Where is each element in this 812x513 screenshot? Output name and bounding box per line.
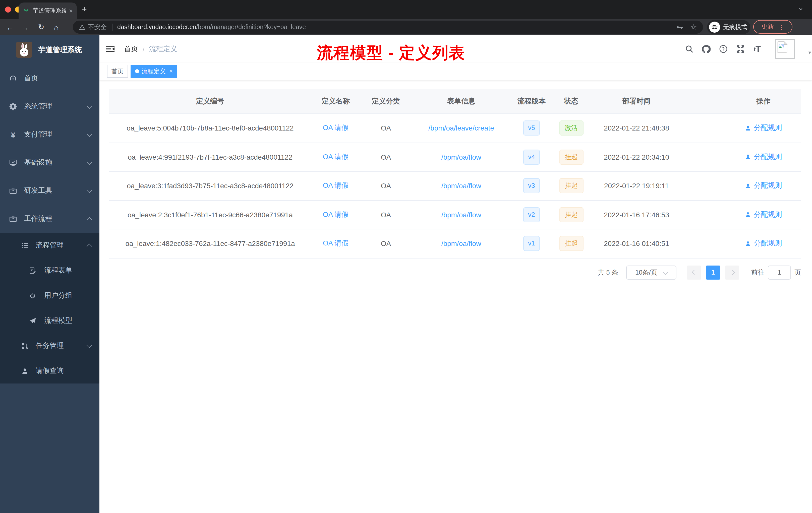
breadcrumb-home[interactable]: 首页 (124, 44, 138, 54)
sidebar-item-process-form[interactable]: 流程表单 (0, 258, 99, 283)
sidebar-item-label: 基础设施 (24, 158, 87, 167)
sidebar-item-system[interactable]: 系统管理 (0, 92, 99, 120)
definition-name-link[interactable]: OA 请假 (323, 153, 349, 161)
help-icon[interactable]: ? (719, 44, 728, 54)
assign-rule-link[interactable]: 分配规则 (745, 152, 782, 161)
pagination: 共 5 条 10条/页 1 前往 页 (99, 265, 801, 279)
chevron-left-icon (692, 270, 696, 275)
form-link[interactable]: /bpm/oa/flow (441, 182, 481, 190)
cell-filler (683, 172, 726, 200)
cell-category: OA (360, 229, 412, 258)
definition-table: 定义编号 定义名称 定义分类 表单信息 流程版本 状态 部署时间 操作 (109, 89, 801, 258)
assign-rule-link[interactable]: 分配规则 (745, 123, 782, 132)
definition-name-link[interactable]: OA 请假 (323, 210, 349, 218)
sidebar-item-label: 系统管理 (24, 102, 87, 111)
status-badge: 激活 (559, 121, 583, 136)
bookmark-star-icon[interactable]: ☆ (690, 23, 697, 32)
form-link[interactable]: /bpm/oa/flow (441, 240, 481, 248)
form-link[interactable]: /bpm/oa/flow (441, 211, 481, 219)
tab-search-chevron-icon[interactable]: ⌄ (798, 3, 804, 12)
search-icon[interactable] (685, 44, 694, 54)
paper-plane-icon (29, 317, 36, 324)
sidebar-fold-icon[interactable] (106, 44, 115, 54)
status-badge: 挂起 (559, 236, 583, 251)
sidebar-item-workflow[interactable]: 工作流程 (0, 205, 99, 233)
version-badge: v5 (523, 121, 540, 136)
page-size-select[interactable]: 10条/页 (626, 265, 676, 279)
security-label[interactable]: 不安全 (88, 23, 107, 31)
sidebar-item-home[interactable]: 首页 (0, 64, 99, 92)
tag-label: 流程定义 (142, 67, 166, 76)
table-row: oa_leave:2:3c1f0ef1-76b1-11ec-9c66-a2380… (109, 200, 801, 229)
sidebar-item-infra[interactable]: 基础设施 (0, 149, 99, 177)
chevron-down-icon (87, 103, 92, 109)
sidebar-item-leave-query[interactable]: 请假查询 (0, 358, 99, 384)
table-row: oa_leave:3:1fad3d93-7b75-11ec-a3c8-acde4… (109, 172, 801, 200)
cell-category: OA (360, 200, 412, 229)
definition-name-link[interactable]: OA 请假 (323, 239, 349, 247)
home-icon[interactable]: ⌂ (51, 23, 62, 31)
table-row: oa_leave:5:004b710b-7b8a-11ec-8ef0-acde4… (109, 114, 801, 143)
sidebar-item-label: 流程表单 (44, 266, 91, 275)
sidebar-item-label: 任务管理 (36, 341, 87, 350)
sidebar-item-task-management[interactable]: 任务管理 (0, 333, 99, 358)
next-page-button[interactable] (725, 265, 739, 279)
logo-avatar (16, 42, 32, 58)
cell-filler (683, 229, 726, 258)
sidebar-logo[interactable]: 芋道管理系统 (0, 35, 99, 64)
password-key-icon[interactable] (676, 23, 683, 31)
prev-page-button[interactable] (687, 265, 701, 279)
window-close-button[interactable] (5, 6, 11, 12)
forward-icon: → (20, 23, 31, 31)
definition-name-link[interactable]: OA 请假 (323, 124, 349, 132)
chevron-down-icon (87, 131, 92, 137)
fullscreen-icon[interactable] (736, 44, 745, 54)
column-header-version: 流程版本 (511, 89, 552, 114)
incognito-label: 无痕模式 (723, 23, 747, 31)
tag-close-icon[interactable]: × (169, 68, 173, 75)
back-icon[interactable]: ← (4, 23, 16, 31)
assign-rule-link[interactable]: 分配规则 (745, 181, 782, 190)
form-link[interactable]: /bpm/oa/leave/create (428, 124, 494, 132)
page-size-value: 10条/页 (635, 268, 657, 277)
sidebar-item-process-management[interactable]: 流程管理 (0, 233, 99, 258)
reload-icon[interactable]: ↻ (36, 23, 47, 32)
goto-page-input[interactable] (768, 265, 791, 279)
kebab-menu-icon[interactable]: ⋮ (778, 23, 784, 30)
app-title: 芋道管理系统 (38, 45, 82, 55)
tag-label: 首页 (112, 67, 123, 76)
assign-rule-link[interactable]: 分配规则 (745, 239, 782, 248)
browser-update-button[interactable]: 更新 ⋮ (753, 20, 792, 34)
form-link[interactable]: /bpm/oa/flow (441, 153, 481, 161)
url-path: /bpm/manager/definition?key=oa_leave (196, 24, 306, 31)
favicon-plant-icon (23, 7, 30, 14)
sidebar-item-label: 用户分组 (44, 291, 91, 300)
warning-icon (79, 24, 85, 30)
tag-home[interactable]: 首页 (107, 65, 128, 78)
font-size-icon[interactable]: tT (753, 44, 762, 54)
address-bar[interactable]: 不安全 dashboard.yudao.iocoder.cn/bpm/manag… (73, 21, 703, 34)
new-tab-button[interactable]: + (82, 4, 87, 14)
definition-name-link[interactable]: OA 请假 (323, 181, 349, 189)
github-icon[interactable] (701, 44, 710, 54)
assign-rule-link[interactable]: 分配规则 (745, 210, 782, 219)
sidebar-item-user-group[interactable]: 用户分组 (0, 283, 99, 308)
sidebar-item-payment[interactable]: ¥ 支付管理 (0, 120, 99, 149)
user-avatar[interactable] (775, 39, 795, 59)
tag-process-definition[interactable]: 流程定义 × (130, 65, 177, 78)
tab-close-icon[interactable]: × (69, 7, 73, 14)
cell-deploy-time: 2022-01-16 01:40:51 (590, 229, 683, 258)
page-unit-label: 页 (794, 268, 801, 277)
sidebar-item-process-model[interactable]: 流程模型 (0, 308, 99, 333)
table-row: oa_leave:4:991f2193-7b7f-11ec-a3c8-acde4… (109, 143, 801, 172)
version-badge: v2 (523, 207, 540, 222)
column-header-form: 表单信息 (412, 89, 511, 114)
cell-category: OA (360, 143, 412, 172)
browser-tab[interactable]: 芋道管理系统 × (19, 2, 77, 19)
sidebar-item-devtools[interactable]: 研发工具 (0, 177, 99, 205)
caret-down-icon[interactable]: ▼ (808, 50, 812, 55)
sidebar-item-label: 请假查询 (36, 366, 91, 375)
chevron-down-icon (87, 159, 92, 165)
monitor-icon (9, 159, 17, 167)
page-number-button[interactable]: 1 (706, 265, 720, 279)
